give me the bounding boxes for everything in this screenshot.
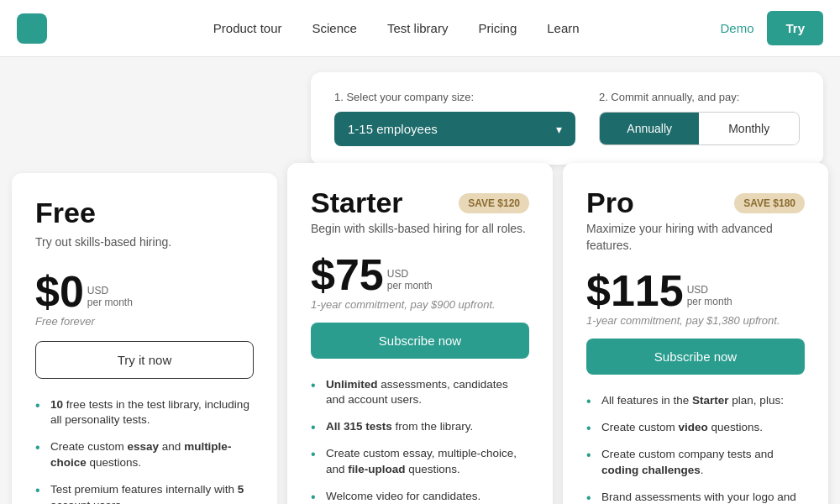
pricing-card-free: Free Try out skills-based hiring. $0 USD…: [12, 173, 277, 504]
bullet-icon: •: [311, 377, 316, 393]
pro-commitment: 1-year commitment, pay $1,380 upfront.: [586, 314, 805, 327]
bullet-icon: •: [311, 489, 316, 504]
bullet-icon: •: [311, 446, 316, 462]
starter-cta-button[interactable]: Subscribe now: [311, 323, 529, 359]
pro-feature-2: • Create custom video questions.: [586, 420, 805, 436]
starter-plan-name: Starter: [311, 186, 403, 219]
nav-learn[interactable]: Learn: [547, 21, 579, 35]
billing-annually-btn[interactable]: Annually: [600, 113, 700, 144]
starter-save-badge: SAVE $120: [459, 193, 529, 213]
nav-pricing[interactable]: Pricing: [478, 21, 517, 35]
free-price-usd: USD: [87, 285, 133, 297]
company-size-value: 1-15 employees: [348, 122, 438, 136]
starter-features-list: • Unlimited assessments, candidates and …: [311, 377, 529, 504]
chevron-down-icon: ▾: [556, 123, 562, 136]
pro-price-meta: USD per month: [687, 284, 732, 312]
pro-feature-4: • Brand assessments with your logo and c…: [586, 490, 805, 504]
free-note: Free forever: [35, 315, 254, 328]
free-cta-button[interactable]: Try it now: [35, 341, 254, 379]
free-price-meta: USD per month: [87, 285, 133, 313]
bullet-icon: •: [586, 393, 591, 409]
billing-monthly-btn[interactable]: Monthly: [699, 113, 799, 144]
starter-price-amount: $75: [311, 253, 384, 297]
starter-price-usd: USD: [387, 268, 433, 280]
pro-header-row: Pro SAVE $180: [586, 186, 805, 219]
bullet-icon: •: [586, 420, 591, 436]
free-feature-2: • Create custom essay and multiple-choic…: [35, 439, 254, 471]
starter-plan-subtitle: Begin with skills-based hiring for all r…: [311, 221, 529, 238]
billing-label: 2. Commit annually, and pay:: [599, 91, 800, 103]
selector-box: 1. Select your company size: 1-15 employ…: [311, 72, 823, 165]
free-plan-subtitle: Try out skills-based hiring.: [35, 234, 254, 251]
pro-price-usd: USD: [687, 284, 732, 296]
bullet-icon: •: [586, 490, 591, 504]
starter-header-row: Starter SAVE $120: [311, 186, 529, 219]
bullet-icon: •: [35, 397, 40, 413]
free-price-per: per month: [87, 297, 133, 308]
nav-test-library[interactable]: Test library: [387, 21, 449, 35]
nav-logo: [17, 13, 47, 44]
nav-links: Product tour Science Test library Pricin…: [72, 21, 720, 35]
starter-price-per: per month: [387, 280, 433, 291]
free-price-amount: $0: [35, 270, 84, 313]
pro-cta-button[interactable]: Subscribe now: [586, 339, 805, 375]
starter-commitment: 1-year commitment, pay $900 upfront.: [311, 298, 529, 311]
nav-product-tour[interactable]: Product tour: [213, 21, 282, 35]
free-price-row: $0 USD per month: [35, 270, 254, 313]
starter-price-meta: USD per month: [387, 268, 433, 297]
nav-cta-button[interactable]: Try: [767, 11, 823, 45]
pro-features-list: • All features in the Starter plan, plus…: [586, 393, 805, 504]
nav-science[interactable]: Science: [312, 21, 357, 35]
nav-demo-link[interactable]: Demo: [720, 21, 753, 35]
free-plan-name: Free: [35, 197, 254, 229]
starter-feature-2: • All 315 tests from the library.: [311, 419, 529, 435]
pro-price-amount: $115: [586, 269, 684, 312]
company-size-select[interactable]: 1-15 employees ▾: [334, 112, 575, 146]
starter-price-row: $75 USD per month: [311, 253, 529, 297]
pricing-section: Free Try out skills-based hiring. $0 USD…: [0, 173, 840, 504]
company-size-col: 1. Select your company size: 1-15 employ…: [334, 91, 575, 146]
bullet-icon: •: [35, 439, 40, 455]
pro-feature-3: • Create custom company tests and coding…: [586, 447, 805, 479]
billing-toggle: Annually Monthly: [599, 112, 800, 145]
pricing-card-starter: Starter SAVE $120 Begin with skills-base…: [287, 163, 553, 504]
selector-inner: 1. Select your company size: 1-15 employ…: [334, 91, 800, 146]
pro-price-row: $115 USD per month: [586, 269, 805, 312]
pro-plan-subtitle: Maximize your hiring with advanced featu…: [586, 221, 805, 254]
selector-section: 1. Select your company size: 1-15 employ…: [0, 57, 840, 173]
navigation: Product tour Science Test library Pricin…: [0, 0, 840, 57]
pro-save-badge: SAVE $180: [734, 193, 805, 213]
starter-feature-1: • Unlimited assessments, candidates and …: [311, 377, 529, 409]
bullet-icon: •: [35, 482, 40, 498]
pro-feature-1: • All features in the Starter plan, plus…: [586, 393, 805, 409]
starter-feature-4: • Welcome video for candidates.: [311, 489, 529, 504]
free-feature-1: • 10 free tests in the test library, inc…: [35, 397, 254, 429]
company-size-label: 1. Select your company size:: [334, 91, 575, 103]
pricing-card-pro: Pro SAVE $180 Maximize your hiring with …: [563, 163, 828, 504]
free-feature-3: • Test premium features internally with …: [35, 482, 254, 504]
free-features-list: • 10 free tests in the test library, inc…: [35, 397, 254, 504]
starter-feature-3: • Create custom essay, multiple-choice, …: [311, 446, 529, 478]
pro-price-per: per month: [687, 296, 732, 307]
bullet-icon: •: [586, 447, 591, 463]
billing-col: 2. Commit annually, and pay: Annually Mo…: [599, 91, 800, 145]
bullet-icon: •: [311, 419, 316, 435]
pro-plan-name: Pro: [586, 186, 634, 219]
